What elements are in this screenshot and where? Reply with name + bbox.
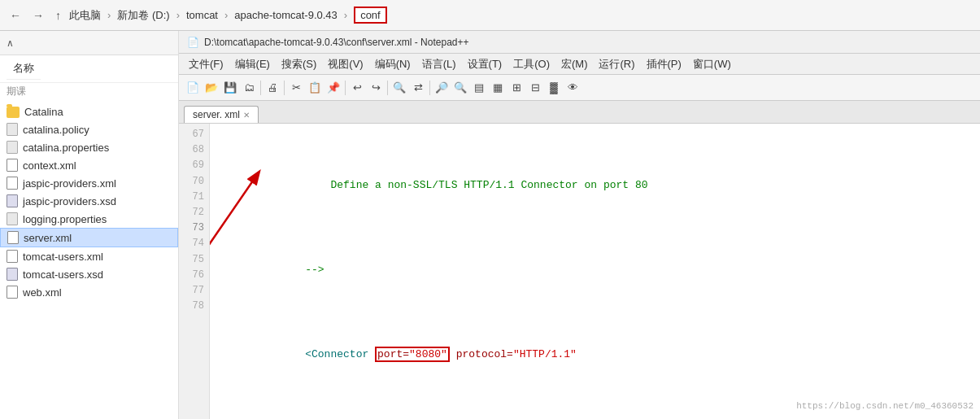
file-name: Catalina: [24, 106, 63, 118]
toolbar-copy[interactable]: 📋: [306, 79, 324, 97]
menu-window[interactable]: 窗口(W): [688, 55, 736, 73]
toolbar-b1[interactable]: ▤: [470, 79, 488, 97]
toolbar-paste[interactable]: 📌: [324, 79, 342, 97]
code-port-val: "8080": [409, 348, 447, 360]
up-button[interactable]: ↑: [52, 7, 64, 24]
folder-icon: [7, 107, 20, 118]
list-item-tomcat-users-xml[interactable]: tomcat-users.xml: [0, 247, 178, 265]
toolbar-print[interactable]: 🖨: [264, 79, 281, 97]
toolbar-find[interactable]: 🔍: [390, 79, 408, 97]
breadcrumb-pc[interactable]: 此电脑: [69, 8, 101, 23]
menu-settings[interactable]: 设置(T): [463, 55, 507, 73]
menu-macro[interactable]: 宏(M): [556, 55, 593, 73]
line-num-68: 68: [184, 142, 204, 158]
line-num-70: 70: [184, 174, 204, 190]
code-comment-67: Define a non-SSL/TLS HTTP/1.1 Connector …: [280, 179, 647, 191]
list-item-catalina-policy[interactable]: catalina.policy: [0, 120, 178, 138]
file-icon: [7, 231, 19, 244]
breadcrumb-tomcat[interactable]: tomcat: [186, 9, 218, 21]
list-item-jaspic-xml[interactable]: jaspic-providers.xml: [0, 174, 178, 192]
code-content[interactable]: Define a non-SSL/TLS HTTP/1.1 Connector …: [210, 124, 980, 419]
list-item-catalina[interactable]: Catalina: [0, 103, 178, 120]
toolbar-redo[interactable]: ↪: [367, 79, 385, 97]
watermark: https://blog.csdn.net/m0_46360532: [796, 399, 973, 414]
line-num-71: 71: [184, 190, 204, 205]
breadcrumb-drive[interactable]: 新加卷 (D:): [117, 8, 169, 23]
toolbar-zoomout[interactable]: 🔍: [451, 79, 469, 97]
list-item-server-xml[interactable]: server.xml: [0, 228, 178, 247]
toolbar-save[interactable]: 💾: [221, 79, 239, 97]
line-num-72: 72: [184, 205, 204, 220]
code-line-69: <Connector port="8080" protocol="HTTP/1.…: [216, 330, 973, 381]
file-name: logging.properties: [23, 213, 107, 225]
line-num-75: 75: [184, 252, 204, 268]
file-name: jaspic-providers.xml: [23, 177, 116, 190]
line-num-69: 69: [184, 158, 204, 173]
tab-bar: server. xml ✕: [179, 101, 980, 124]
editor-area: 📄 D:\tomcat\apache-tomcat-9.0.43\conf\se…: [179, 31, 980, 419]
list-item-web-xml[interactable]: web.xml: [0, 283, 178, 301]
file-name: catalina.policy: [23, 124, 89, 136]
list-item-logging[interactable]: logging.properties: [0, 210, 178, 228]
toolbar-b5[interactable]: ▓: [545, 79, 563, 97]
list-item-tomcat-users-xsd[interactable]: tomcat-users.xsd: [0, 265, 178, 283]
toolbar-saveall[interactable]: 🗂: [240, 79, 258, 97]
code-comment-68: -->: [280, 264, 324, 276]
file-icon: [7, 268, 18, 281]
line-num-76: 76: [184, 268, 204, 283]
menu-run[interactable]: 运行(R): [594, 55, 639, 73]
line-num-78: 78: [184, 299, 204, 314]
list-item-catalina-props[interactable]: catalina.properties: [0, 138, 178, 156]
forward-button[interactable]: →: [29, 7, 47, 24]
sep1: ›: [107, 9, 111, 21]
menu-edit[interactable]: 编辑(E): [230, 55, 275, 73]
code-editor[interactable]: 67 68 69 70 71 72 73 74 75 76 77 78 Defi…: [179, 124, 980, 419]
toolbar-b6[interactable]: 👁: [564, 79, 581, 97]
toolbar-sep5: [429, 81, 430, 95]
toolbar-b4[interactable]: ⊟: [526, 79, 544, 97]
toolbar-replace[interactable]: ⇄: [409, 79, 427, 97]
toolbar-open[interactable]: 📂: [203, 79, 220, 97]
code-line-70: connectionTimeout="20000": [216, 415, 973, 419]
address-bar: ← → ↑ 此电脑 › 新加卷 (D:) › tomcat › apache-t…: [0, 0, 980, 31]
sidebar-note: 期课: [0, 83, 178, 102]
list-item-jaspic-xsd[interactable]: jaspic-providers.xsd: [0, 192, 178, 210]
tab-close-icon[interactable]: ✕: [243, 111, 250, 120]
file-name: tomcat-users.xml: [23, 251, 103, 263]
file-name: web.xml: [23, 286, 62, 299]
line-num-74: 74: [184, 236, 204, 251]
file-icon: [7, 123, 18, 136]
list-item-context-xml[interactable]: context.xml: [0, 156, 178, 174]
menu-view[interactable]: 视图(V): [323, 55, 368, 73]
toolbar-new[interactable]: 📄: [184, 79, 202, 97]
toolbar-undo[interactable]: ↩: [348, 79, 366, 97]
breadcrumb-conf[interactable]: conf: [354, 7, 387, 24]
main-layout: ∧ 名称 期课 Catalina catalina.policy catalin…: [0, 31, 980, 419]
menu-file[interactable]: 文件(F): [184, 55, 229, 73]
menu-search[interactable]: 搜索(S): [277, 55, 321, 73]
code-line-67: Define a non-SSL/TLS HTTP/1.1 Connector …: [216, 161, 973, 212]
menu-encode[interactable]: 编码(N): [370, 55, 416, 73]
toolbar-b2[interactable]: ▦: [489, 79, 507, 97]
file-list: Catalina catalina.policy catalina.proper…: [0, 102, 178, 419]
tab-label: server. xml: [193, 109, 240, 120]
file-name: jaspic-providers.xsd: [23, 195, 116, 207]
toolbar-b3[interactable]: ⊞: [507, 79, 525, 97]
file-name: tomcat-users.xsd: [23, 268, 103, 281]
editor-titlebar: 📄 D:\tomcat\apache-tomcat-9.0.43\conf\se…: [179, 31, 980, 54]
toolbar-cut[interactable]: ✂: [287, 79, 305, 97]
sidebar-up-button[interactable]: ∧: [7, 37, 14, 49]
code-connector-tag: <Connector: [280, 348, 375, 360]
code-port-attr: port=: [377, 348, 409, 360]
breadcrumb-apache[interactable]: apache-tomcat-9.0.43: [234, 9, 337, 21]
sidebar-header: ∧: [0, 31, 178, 55]
sep3: ›: [224, 9, 228, 21]
editor-title: D:\tomcat\apache-tomcat-9.0.43\conf\serv…: [204, 37, 469, 48]
toolbar-sep2: [284, 81, 285, 95]
tab-server-xml[interactable]: server. xml ✕: [184, 106, 259, 123]
toolbar-zoomin[interactable]: 🔎: [433, 79, 451, 97]
menu-plugins[interactable]: 插件(P): [642, 55, 686, 73]
menu-language[interactable]: 语言(L): [417, 55, 461, 73]
menu-tools[interactable]: 工具(O): [508, 55, 555, 73]
back-button[interactable]: ←: [7, 7, 24, 24]
